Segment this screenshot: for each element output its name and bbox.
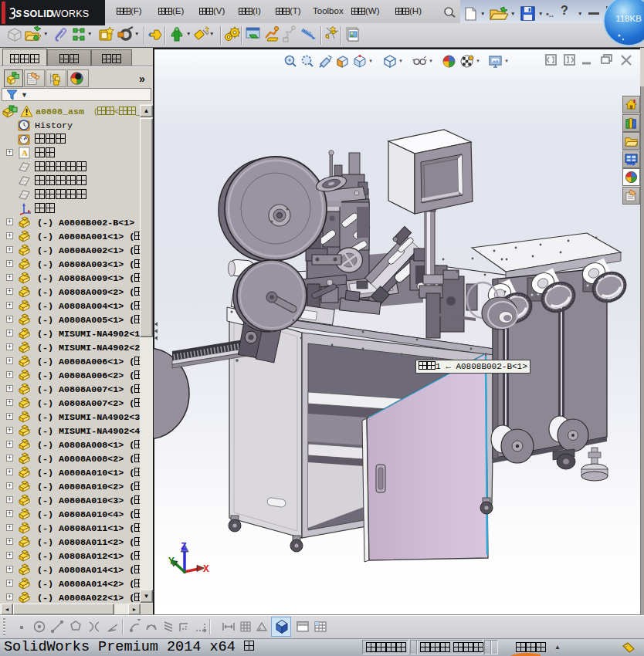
- svg-text:S: S: [15, 8, 22, 19]
- svg-text:SOLID: SOLID: [23, 8, 53, 19]
- svg-text:WORKS: WORKS: [52, 8, 89, 19]
- svg-text:118KB: 118KB: [615, 14, 642, 23]
- svg-text:Y: Y: [168, 556, 175, 567]
- svg-text:A: A: [22, 148, 28, 157]
- svg-text:X: X: [203, 563, 209, 575]
- svg-text:Z: Z: [181, 541, 187, 553]
